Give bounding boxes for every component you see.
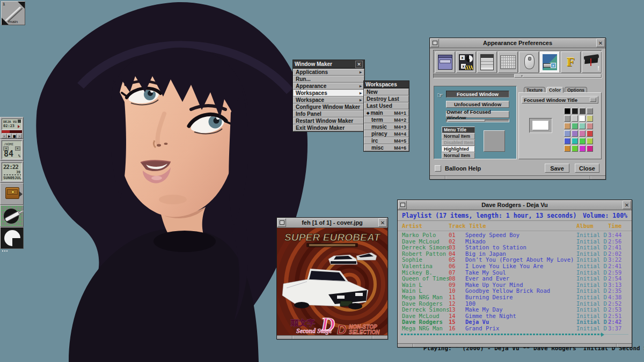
music-stop-button[interactable]: ■ [12, 134, 17, 138]
column-album[interactable]: Album [576, 223, 594, 229]
menu-preview-item-normal-item[interactable]: Normal Item [442, 133, 475, 139]
music-progress-bar[interactable] [2, 130, 22, 133]
feh-titlebar[interactable]: feh [1 of 1] - cover.jpg ✕ [277, 218, 387, 228]
palette-swatch[interactable] [587, 108, 593, 114]
close-icon[interactable]: ✕ [378, 218, 387, 227]
dockapp-clock[interactable]: 22:22 39 SUN09JUL [0, 161, 24, 183]
column-track-title[interactable]: Track Title [449, 223, 486, 229]
dockapp-music-player[interactable]: DEJA VU 02:23 « ▶ ■ » [0, 117, 24, 139]
track-row[interactable]: Mega NRG Man16Grand PrixInitial D3:37 [398, 326, 632, 332]
menus-preferences-icon[interactable] [477, 51, 497, 73]
workspace-item-term[interactable]: termM4+2 [364, 116, 409, 123]
keyboard-preferences-icon[interactable] [498, 51, 518, 73]
palette-swatch[interactable] [572, 145, 578, 152]
category-scrollbar[interactable] [433, 73, 602, 78]
music-play-button[interactable]: ▶ [7, 134, 12, 138]
menu-preview-item-normal-item[interactable]: Normal Item [442, 152, 475, 159]
balloon-help-checkbox[interactable]: Balloon Help [435, 165, 481, 172]
menu-item-run[interactable]: Run... [293, 76, 364, 83]
tab-color[interactable]: Color [546, 87, 564, 93]
workspace-item-main[interactable]: ◆mainM4+1 [364, 109, 409, 116]
font-preferences-icon[interactable]: F [561, 51, 581, 73]
window-focus-preferences-icon[interactable] [435, 51, 455, 73]
focused-window-button[interactable]: Focused Window [446, 91, 509, 98]
track-row[interactable]: Valentina06I Love You Like You AreInitia… [398, 263, 632, 270]
palette-swatch[interactable] [587, 145, 593, 152]
resize-bar[interactable] [398, 343, 632, 347]
appearance-titlebar[interactable]: Appearance Preferences ✕ [430, 38, 605, 48]
menu-item-workspace[interactable]: Workspace▸ [293, 97, 364, 104]
expert-preferences-icon[interactable]: ! [582, 51, 602, 73]
miniaturize-icon[interactable] [398, 201, 407, 209]
disk-next-button[interactable]: ▸ [15, 146, 20, 151]
close-icon[interactable]: ✕ [596, 39, 605, 47]
track-row[interactable]: Marko Polo01Speedy Speed BoyInitial D3:4… [398, 232, 632, 239]
palette-swatch[interactable] [587, 138, 593, 144]
dockapp-pie[interactable] [0, 227, 24, 249]
palette-swatch[interactable] [572, 108, 578, 114]
menu-item-restart-window-maker[interactable]: Restart Window Maker [293, 117, 364, 124]
palette-swatch[interactable] [587, 115, 593, 122]
palette-swatch[interactable] [564, 130, 570, 137]
palette-swatch[interactable] [587, 123, 593, 129]
owner-focused-window-button[interactable]: Owner of Focused Window [446, 111, 509, 118]
menu-item-applications[interactable]: Applications▸ [293, 69, 364, 76]
music-prev-button[interactable]: « [2, 134, 7, 138]
dockapp-disk-monitor[interactable]: /HOME ◂ ▸ 84 % [0, 139, 24, 161]
close-button[interactable]: Close [575, 164, 599, 173]
palette-swatch[interactable] [564, 115, 570, 122]
current-color-well[interactable] [529, 118, 552, 133]
palette-swatch[interactable] [564, 138, 570, 144]
palette-swatch[interactable] [579, 108, 586, 114]
unfocused-window-button[interactable]: Unfocused Window [446, 101, 509, 108]
track-row[interactable]: Derreck Simons13Make My DayInitial D2:53 [398, 307, 632, 313]
music-next-button[interactable]: » [17, 134, 23, 138]
resize-bar[interactable] [430, 175, 605, 179]
track-row[interactable]: Mega NRG Man11Burning DesireInitial D4:3… [398, 294, 632, 301]
menu-item-last-used[interactable]: Last Used [364, 102, 409, 109]
palette-swatch[interactable] [587, 130, 593, 137]
menu-preview-item-highlighted[interactable]: Highlighted [442, 146, 475, 152]
close-icon[interactable]: ✕ [355, 61, 363, 68]
drawer-arrow-icon[interactable] [19, 191, 23, 197]
close-icon[interactable]: ✕ [623, 201, 631, 209]
save-button[interactable]: Save [545, 164, 569, 173]
preview-slider[interactable] [446, 119, 509, 122]
workspace-clip[interactable]: 1 main [1, 1, 25, 25]
workspace-item-piracy[interactable]: piracyM4+4 [364, 130, 409, 137]
dockapp-drawer[interactable] [0, 183, 24, 205]
menu-preview-item-menu-title[interactable]: Menu Title [442, 127, 475, 133]
root-menu-titlebar[interactable]: Window Maker ✕ [293, 60, 364, 69]
miniaturize-icon[interactable] [430, 39, 439, 47]
palette-swatch[interactable] [579, 130, 586, 137]
icon-preview-square[interactable] [484, 130, 505, 152]
mouse-preferences-icon[interactable] [519, 51, 539, 73]
palette-swatch[interactable] [579, 123, 586, 129]
palette-swatch[interactable] [572, 123, 578, 129]
appearance-preferences-icon[interactable]: x [540, 51, 560, 73]
palette-swatch[interactable] [564, 123, 570, 129]
palette-swatch[interactable] [579, 138, 586, 144]
menu-preview-item-disabled-item[interactable]: Disabled Item [442, 139, 475, 146]
palette-swatch[interactable] [572, 115, 578, 122]
miniaturize-icon[interactable] [277, 218, 286, 227]
icons-preferences-icon[interactable]: x x [456, 51, 476, 73]
workspace-item-misc[interactable]: miscM4+6 [364, 144, 409, 151]
playlist-titlebar[interactable]: Dave Rodgers - Deja Vu ✕ [398, 200, 632, 210]
playback-progress-bar[interactable] [401, 333, 628, 336]
menu-item-destroy-last[interactable]: Destroy Last [364, 95, 409, 102]
dockapp-wprefs[interactable] [0, 205, 24, 227]
palette-swatch[interactable] [579, 115, 586, 122]
palette-swatch[interactable] [572, 138, 578, 144]
menu-item-configure-window-maker[interactable]: Configure Window Maker [293, 104, 364, 110]
palette-swatch[interactable] [564, 108, 570, 114]
color-target-dropdown[interactable]: Focused Window Title [522, 96, 598, 104]
column-time[interactable]: Time [608, 223, 621, 229]
palette-swatch[interactable] [572, 130, 578, 137]
column-artist[interactable]: Artist [402, 223, 422, 229]
menu-item-exit-window-maker[interactable]: Exit Window Maker [293, 124, 364, 131]
palette-swatch[interactable] [564, 145, 570, 152]
track-row[interactable]: Queen of Times08Ever and EverInitial D2:… [398, 276, 632, 282]
workspaces-menu-titlebar[interactable]: Workspaces [364, 81, 409, 88]
menu-item-new[interactable]: New [364, 88, 409, 95]
